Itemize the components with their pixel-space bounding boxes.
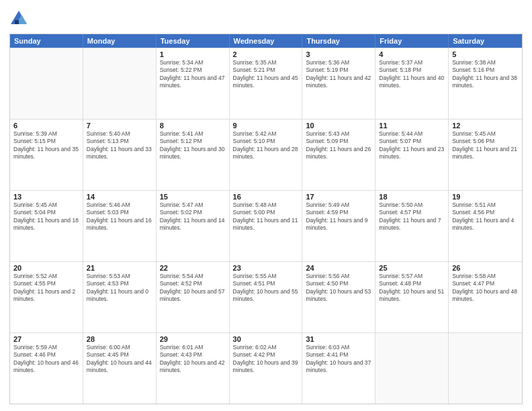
header-day-tuesday: Tuesday: [157, 34, 230, 48]
day-number: 28: [87, 335, 152, 343]
day-number: 10: [306, 122, 371, 130]
daylight-text: Daylight: 11 hours and 7 minutes.: [379, 217, 445, 232]
day-cell-19: 19Sunrise: 5:51 AMSunset: 4:56 PMDayligh…: [449, 191, 522, 261]
sunrise-text: Sunrise: 5:34 AM: [160, 59, 226, 66]
sunset-text: Sunset: 5:18 PM: [379, 66, 445, 74]
sunrise-text: Sunrise: 5:54 AM: [160, 273, 226, 280]
day-cell-30: 30Sunrise: 6:02 AMSunset: 4:42 PMDayligh…: [230, 333, 303, 404]
daylight-text: Daylight: 10 hours and 44 minutes.: [87, 359, 152, 375]
daylight-text: Daylight: 11 hours and 33 minutes.: [87, 146, 152, 161]
sunrise-text: Sunrise: 5:56 AM: [306, 273, 371, 280]
daylight-text: Daylight: 10 hours and 39 minutes.: [233, 359, 299, 375]
day-cell-15: 15Sunrise: 5:47 AMSunset: 5:02 PMDayligh…: [157, 191, 230, 261]
sunset-text: Sunset: 4:46 PM: [13, 351, 79, 359]
day-number: 18: [379, 193, 445, 201]
day-number: 16: [233, 193, 299, 201]
header-day-friday: Friday: [375, 34, 449, 48]
sunset-text: Sunset: 5:15 PM: [13, 138, 79, 145]
day-cell-23: 23Sunrise: 5:55 AMSunset: 4:51 PMDayligh…: [230, 262, 303, 332]
sunset-text: Sunset: 4:45 PM: [87, 351, 152, 359]
calendar-week-3: 13Sunrise: 5:45 AMSunset: 5:04 PMDayligh…: [10, 190, 522, 261]
empty-cell: [10, 48, 83, 119]
daylight-text: Daylight: 11 hours and 9 minutes.: [306, 217, 371, 232]
empty-cell: [449, 333, 522, 404]
day-cell-6: 6Sunrise: 5:39 AMSunset: 5:15 PMDaylight…: [10, 120, 83, 190]
daylight-text: Daylight: 11 hours and 11 minutes.: [233, 217, 299, 232]
logo: [9, 9, 31, 28]
sunset-text: Sunset: 5:06 PM: [452, 138, 519, 145]
sunset-text: Sunset: 5:19 PM: [306, 66, 371, 74]
calendar-week-2: 6Sunrise: 5:39 AMSunset: 5:15 PMDaylight…: [10, 119, 522, 190]
calendar-week-1: 1Sunrise: 5:34 AMSunset: 5:22 PMDaylight…: [10, 48, 522, 119]
day-cell-26: 26Sunrise: 5:58 AMSunset: 4:47 PMDayligh…: [449, 262, 522, 332]
sunset-text: Sunset: 5:07 PM: [379, 138, 445, 145]
daylight-text: Daylight: 11 hours and 0 minutes.: [87, 288, 152, 304]
sunrise-text: Sunrise: 5:43 AM: [306, 130, 371, 138]
daylight-text: Daylight: 11 hours and 28 minutes.: [233, 146, 299, 161]
daylight-text: Daylight: 10 hours and 37 minutes.: [306, 359, 371, 375]
daylight-text: Daylight: 11 hours and 30 minutes.: [160, 146, 226, 161]
day-number: 29: [160, 335, 226, 343]
sunrise-text: Sunrise: 5:42 AM: [233, 130, 299, 138]
daylight-text: Daylight: 11 hours and 45 minutes.: [233, 75, 299, 90]
day-number: 5: [452, 50, 519, 58]
header-day-thursday: Thursday: [302, 34, 375, 48]
sunrise-text: Sunrise: 5:40 AM: [87, 130, 152, 138]
sunrise-text: Sunrise: 5:53 AM: [87, 273, 152, 280]
sunrise-text: Sunrise: 5:51 AM: [452, 201, 519, 209]
daylight-text: Daylight: 11 hours and 18 minutes.: [13, 217, 79, 232]
calendar-week-5: 27Sunrise: 5:59 AMSunset: 4:46 PMDayligh…: [10, 332, 522, 404]
sunrise-text: Sunrise: 5:50 AM: [379, 201, 445, 209]
daylight-text: Daylight: 11 hours and 26 minutes.: [306, 146, 371, 161]
sunrise-text: Sunrise: 5:37 AM: [379, 59, 445, 66]
day-cell-28: 28Sunrise: 6:00 AMSunset: 4:45 PMDayligh…: [83, 333, 157, 404]
header-day-monday: Monday: [83, 34, 157, 48]
day-number: 21: [87, 264, 152, 272]
sunset-text: Sunset: 5:10 PM: [233, 138, 299, 145]
sunset-text: Sunset: 4:59 PM: [306, 209, 371, 216]
day-number: 12: [452, 122, 519, 130]
daylight-text: Daylight: 11 hours and 2 minutes.: [13, 288, 79, 304]
day-cell-13: 13Sunrise: 5:45 AMSunset: 5:04 PMDayligh…: [10, 191, 83, 261]
day-number: 19: [452, 193, 519, 201]
day-cell-4: 4Sunrise: 5:37 AMSunset: 5:18 PMDaylight…: [375, 48, 449, 119]
sunset-text: Sunset: 5:16 PM: [452, 66, 519, 74]
daylight-text: Daylight: 10 hours and 53 minutes.: [306, 288, 371, 304]
sunrise-text: Sunrise: 5:58 AM: [452, 273, 519, 280]
day-cell-7: 7Sunrise: 5:40 AMSunset: 5:13 PMDaylight…: [83, 120, 157, 190]
sunrise-text: Sunrise: 5:44 AM: [379, 130, 445, 138]
sunrise-text: Sunrise: 5:35 AM: [233, 59, 299, 66]
day-cell-8: 8Sunrise: 5:41 AMSunset: 5:12 PMDaylight…: [157, 120, 230, 190]
sunset-text: Sunset: 5:03 PM: [87, 209, 152, 216]
header: [9, 7, 523, 28]
day-cell-5: 5Sunrise: 5:38 AMSunset: 5:16 PMDaylight…: [449, 48, 522, 119]
sunrise-text: Sunrise: 5:39 AM: [13, 130, 79, 138]
header-day-sunday: Sunday: [10, 34, 83, 48]
sunset-text: Sunset: 4:53 PM: [87, 280, 152, 287]
day-number: 9: [233, 122, 299, 130]
daylight-text: Daylight: 11 hours and 47 minutes.: [160, 75, 226, 90]
day-cell-27: 27Sunrise: 5:59 AMSunset: 4:46 PMDayligh…: [10, 333, 83, 404]
day-cell-14: 14Sunrise: 5:46 AMSunset: 5:03 PMDayligh…: [83, 191, 157, 261]
day-cell-9: 9Sunrise: 5:42 AMSunset: 5:10 PMDaylight…: [230, 120, 303, 190]
daylight-text: Daylight: 10 hours and 46 minutes.: [13, 359, 79, 375]
day-number: 4: [379, 50, 445, 58]
daylight-text: Daylight: 11 hours and 38 minutes.: [452, 75, 519, 90]
day-cell-18: 18Sunrise: 5:50 AMSunset: 4:57 PMDayligh…: [375, 191, 449, 261]
day-number: 27: [13, 335, 79, 343]
day-cell-22: 22Sunrise: 5:54 AMSunset: 4:52 PMDayligh…: [157, 262, 230, 332]
daylight-text: Daylight: 11 hours and 40 minutes.: [379, 75, 445, 90]
day-cell-31: 31Sunrise: 6:03 AMSunset: 4:41 PMDayligh…: [302, 333, 375, 404]
sunset-text: Sunset: 4:56 PM: [452, 209, 519, 216]
sunset-text: Sunset: 5:21 PM: [233, 66, 299, 74]
sunrise-text: Sunrise: 5:59 AM: [13, 344, 79, 351]
sunset-text: Sunset: 4:50 PM: [306, 280, 371, 287]
sunset-text: Sunset: 4:57 PM: [379, 209, 445, 216]
day-number: 15: [160, 193, 226, 201]
calendar-body: 1Sunrise: 5:34 AMSunset: 5:22 PMDaylight…: [10, 48, 522, 404]
sunset-text: Sunset: 4:55 PM: [13, 280, 79, 287]
sunset-text: Sunset: 5:00 PM: [233, 209, 299, 216]
day-cell-12: 12Sunrise: 5:45 AMSunset: 5:06 PMDayligh…: [449, 120, 522, 190]
day-cell-17: 17Sunrise: 5:49 AMSunset: 4:59 PMDayligh…: [302, 191, 375, 261]
day-number: 2: [233, 50, 299, 58]
